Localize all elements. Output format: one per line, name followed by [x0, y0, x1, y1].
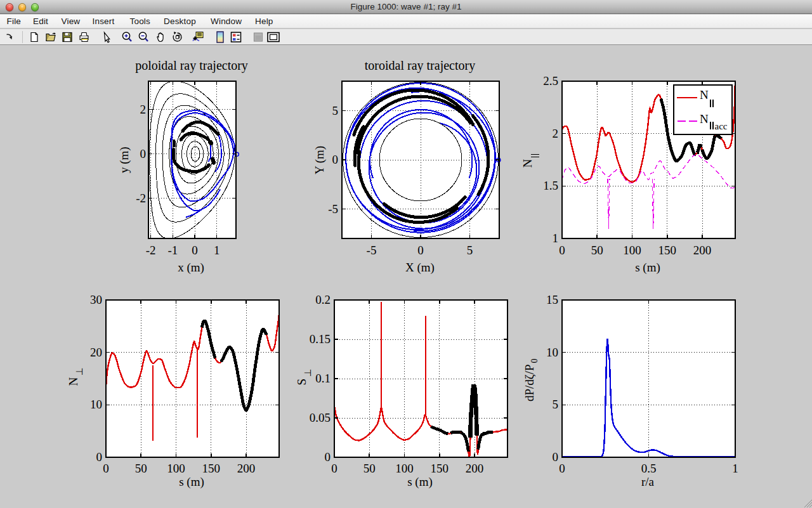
- svg-text:10: 10: [546, 346, 558, 359]
- svg-text:50: 50: [135, 462, 147, 475]
- svg-text:s (m): s (m): [407, 475, 433, 489]
- svg-text:150: 150: [431, 462, 449, 475]
- svg-text:0: 0: [103, 462, 109, 475]
- svg-text:5: 5: [332, 104, 339, 117]
- svg-text:0: 0: [417, 244, 424, 257]
- svg-text:150: 150: [658, 244, 677, 257]
- svg-text:20: 20: [90, 346, 102, 359]
- svg-text:acc: acc: [715, 121, 728, 131]
- svg-text:-2: -2: [146, 244, 156, 257]
- svg-text:0.05: 0.05: [310, 411, 331, 424]
- svg-text:0.15: 0.15: [310, 332, 331, 346]
- svg-text:toroidal ray trajectory: toroidal ray trajectory: [365, 58, 475, 73]
- svg-text:-5: -5: [367, 244, 377, 257]
- svg-text:200: 200: [466, 462, 484, 475]
- svg-text:50: 50: [591, 244, 603, 257]
- svg-text:-1: -1: [167, 244, 178, 257]
- svg-text:N: N: [521, 159, 534, 168]
- svg-text:0: 0: [559, 462, 565, 475]
- svg-text:50: 50: [363, 462, 376, 475]
- svg-text:1: 1: [732, 462, 738, 475]
- svg-text:150: 150: [202, 462, 221, 475]
- svg-text:5: 5: [553, 398, 559, 411]
- svg-text:X (m): X (m): [405, 261, 435, 275]
- svg-text:N: N: [67, 377, 80, 386]
- svg-text:2: 2: [140, 103, 147, 116]
- svg-text:1: 1: [214, 244, 220, 257]
- svg-text:r/a: r/a: [641, 475, 655, 488]
- svg-text:0: 0: [553, 450, 559, 464]
- svg-text:-2: -2: [136, 192, 146, 205]
- svg-text:0.5: 0.5: [641, 462, 657, 475]
- svg-text:⊥: ⊥: [303, 368, 313, 377]
- svg-text:1: 1: [553, 231, 559, 245]
- svg-text:s (m): s (m): [179, 475, 204, 489]
- svg-text:100: 100: [167, 462, 185, 475]
- svg-text:N: N: [700, 88, 709, 101]
- svg-text:2.5: 2.5: [543, 74, 558, 88]
- svg-text:y (m): y (m): [117, 147, 131, 173]
- svg-text:poloidal ray trajectory: poloidal ray trajectory: [135, 58, 248, 73]
- svg-text:dP/dζ/P: dP/dζ/P: [523, 364, 536, 401]
- svg-text:N: N: [700, 112, 709, 126]
- svg-text:30: 30: [90, 293, 102, 306]
- svg-text:0.1: 0.1: [315, 372, 331, 385]
- svg-text:-5: -5: [328, 202, 338, 216]
- svg-text:0: 0: [192, 244, 198, 257]
- svg-text:0: 0: [140, 147, 147, 160]
- svg-text:200: 200: [693, 244, 712, 257]
- svg-text:1.5: 1.5: [543, 179, 558, 192]
- svg-text:S: S: [295, 379, 308, 386]
- svg-text:s (m): s (m): [635, 261, 660, 275]
- svg-text:0: 0: [325, 450, 331, 464]
- svg-text:Y (m): Y (m): [313, 146, 327, 174]
- svg-text:10: 10: [90, 398, 102, 411]
- svg-text:15: 15: [546, 293, 558, 306]
- svg-text:200: 200: [237, 462, 256, 475]
- svg-text:5: 5: [467, 244, 473, 257]
- svg-text:0.2: 0.2: [315, 293, 331, 306]
- svg-text:2: 2: [553, 127, 559, 140]
- svg-text:0: 0: [559, 244, 565, 257]
- svg-text:100: 100: [623, 244, 641, 257]
- svg-text:0: 0: [332, 153, 339, 166]
- svg-text:0: 0: [331, 462, 337, 475]
- svg-text:0: 0: [530, 359, 539, 363]
- svg-text:x (m): x (m): [178, 261, 204, 275]
- svg-text:0: 0: [96, 450, 103, 464]
- svg-text:⊥: ⊥: [74, 367, 84, 375]
- svg-text:100: 100: [395, 462, 414, 475]
